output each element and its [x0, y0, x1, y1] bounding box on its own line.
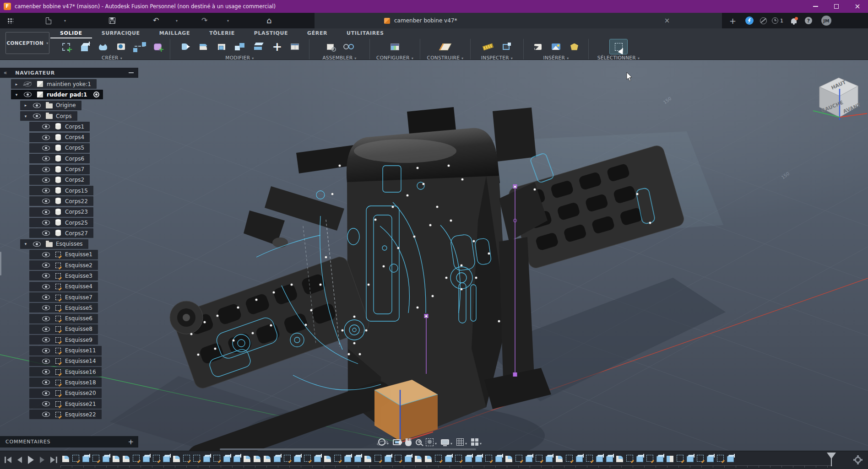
- chevron-down-icon[interactable]: [435, 438, 437, 447]
- timeline-feature-extrude-icon[interactable]: [344, 456, 351, 462]
- timeline-feature-extrude-icon[interactable]: [546, 456, 553, 462]
- change-parameters-button[interactable]: [286, 39, 304, 54]
- timeline-feature-extrude-icon[interactable]: [636, 456, 643, 462]
- notifications-button[interactable]: [791, 13, 797, 28]
- tree-item-esquisse6[interactable]: Esquisse6: [0, 313, 138, 324]
- tree-item-esquisse11[interactable]: Esquisse11: [0, 345, 138, 356]
- timeline-feature-fillet-icon[interactable]: [173, 456, 180, 462]
- visibility-eye-icon[interactable]: [42, 380, 50, 385]
- extrude-button[interactable]: [76, 39, 93, 54]
- close-button[interactable]: ×: [847, 0, 868, 13]
- configuration-table-button[interactable]: [386, 39, 404, 54]
- visibility-eye-icon[interactable]: [42, 178, 50, 183]
- ribbon-group-label-ins-rer[interactable]: INSÉRER: [543, 55, 569, 60]
- tree-item-corps5[interactable]: Corps5: [0, 143, 138, 153]
- timeline-feature-fillet-icon[interactable]: [616, 456, 623, 462]
- timeline-feature-sketch-icon[interactable]: [485, 455, 492, 462]
- timeline-feature-sketch-icon[interactable]: [515, 455, 522, 462]
- tree-item-esquisse9[interactable]: Esquisse9: [0, 334, 138, 345]
- ribbon-tab-plastique[interactable]: PLASTIQUE: [244, 28, 298, 38]
- derive-button[interactable]: [529, 39, 547, 54]
- timeline-feature-extrude-icon[interactable]: [143, 456, 150, 462]
- chevron-right-icon[interactable]: [13, 82, 20, 86]
- visibility-eye-icon[interactable]: [42, 305, 50, 310]
- chevron-down-icon[interactable]: [450, 438, 452, 447]
- timeline-feature-sketch-icon[interactable]: [586, 455, 593, 462]
- tree-item-corps15[interactable]: Corps15: [0, 185, 138, 196]
- timeline-feature-extrude-icon[interactable]: [203, 456, 210, 462]
- visibility-eye-icon[interactable]: [42, 167, 50, 172]
- timeline-feature-fillet-icon[interactable]: [123, 456, 130, 462]
- step-back-button[interactable]: [17, 457, 22, 463]
- look-at-button[interactable]: [393, 439, 401, 445]
- panel-collapse-icon[interactable]: «: [4, 70, 7, 75]
- timeline-settings-button gear-icon[interactable]: [853, 455, 863, 464]
- ribbon-tab-t-lerie[interactable]: TÔLERIE: [200, 28, 244, 38]
- viewcube[interactable]: HAUT GAUCHE AVANT: [809, 69, 868, 124]
- visibility-eye-icon[interactable]: [33, 113, 41, 119]
- timeline-feature-sketch-icon[interactable]: [193, 455, 200, 462]
- app-launcher-button[interactable]: [7, 13, 13, 28]
- timeline-feature-extrude-icon[interactable]: [727, 456, 734, 462]
- visibility-eye-icon[interactable]: [24, 92, 32, 97]
- visibility-eye-icon[interactable]: [42, 348, 50, 353]
- tree-item-esquisse14[interactable]: Esquisse14: [0, 356, 138, 367]
- timeline-feature-extrude-icon[interactable]: [233, 456, 240, 462]
- visibility-eye-icon[interactable]: [42, 252, 50, 257]
- ribbon-tab-surfacique[interactable]: SURFACIQUE: [92, 28, 150, 38]
- select-button[interactable]: [610, 39, 627, 54]
- timeline-scrollbar[interactable]: [220, 448, 476, 450]
- move-button[interactable]: [268, 39, 285, 54]
- tree-item-corps6[interactable]: Corps6: [0, 153, 138, 164]
- timeline-feature-extrude-icon[interactable]: [385, 456, 391, 462]
- chevron-right-icon[interactable]: [22, 103, 29, 108]
- timeline-feature-extrude-icon[interactable]: [656, 456, 663, 462]
- timeline-feature-extrude-icon[interactable]: [576, 456, 583, 462]
- save-button[interactable]: [109, 13, 115, 28]
- visibility-eye-icon[interactable]: [42, 359, 50, 364]
- document-tab[interactable]: camenber bobine v47*: [384, 13, 457, 28]
- new-tab-button[interactable]: +: [729, 13, 736, 28]
- visibility-eye-icon[interactable]: [42, 188, 50, 193]
- tree-item-corps27[interactable]: Corps27: [0, 228, 138, 238]
- timeline-feature-sketch-icon[interactable]: [334, 455, 341, 462]
- hole-button[interactable]: [113, 39, 130, 54]
- ribbon-group-label-s-lectionner[interactable]: SÉLECTIONNER: [597, 55, 640, 60]
- play-button[interactable]: [28, 456, 34, 464]
- redo-caret[interactable]: ▾: [227, 13, 229, 28]
- timeline-feature-extrude-icon[interactable]: [354, 456, 361, 462]
- timeline-feature-sketch-icon[interactable]: [213, 455, 220, 462]
- visibility-eye-icon[interactable]: [42, 220, 50, 225]
- visibility-eye-icon[interactable]: [42, 263, 50, 268]
- visibility-eye-icon[interactable]: [42, 199, 50, 204]
- new-file-caret[interactable]: ▾: [64, 13, 66, 28]
- tree-item-corps[interactable]: Corps: [0, 111, 138, 121]
- combine-button[interactable]: [231, 39, 249, 54]
- chevron-down-icon[interactable]: [465, 438, 467, 447]
- timeline-feature-extrude-icon[interactable]: [606, 456, 613, 462]
- fillet-button[interactable]: [195, 39, 212, 54]
- rectangular-pattern-button[interactable]: [131, 39, 148, 54]
- navigator-minimize-button[interactable]: [129, 72, 134, 73]
- display-settings-button[interactable]: [441, 438, 452, 447]
- chevron-down-icon[interactable]: [22, 242, 29, 246]
- timeline-feature-sketch-icon[interactable]: [435, 455, 442, 462]
- tree-item-corps4[interactable]: Corps4: [0, 132, 138, 142]
- visibility-eye-icon[interactable]: [42, 135, 50, 140]
- pan-button[interactable]: [405, 438, 412, 446]
- timeline-feature-extrude-icon[interactable]: [475, 456, 482, 462]
- timeline-feature-fillet-icon[interactable]: [254, 456, 260, 462]
- ribbon-tab-solide[interactable]: SOLIDE: [50, 28, 92, 38]
- timeline-feature-sketch-icon[interactable]: [536, 455, 542, 462]
- chevron-down-icon[interactable]: [13, 92, 20, 97]
- visibility-eye-icon[interactable]: [42, 316, 50, 321]
- section-analysis-button[interactable]: [498, 39, 515, 54]
- timeline-feature-fillet-icon[interactable]: [556, 456, 563, 462]
- timeline-feature-extrude-icon[interactable]: [163, 456, 170, 462]
- timeline-feature-extrude-icon[interactable]: [465, 456, 472, 462]
- timeline-feature-extrude-icon[interactable]: [495, 456, 502, 462]
- press-pull-button[interactable]: [176, 39, 194, 54]
- tree-item-esquisse8[interactable]: Esquisse8: [0, 324, 138, 334]
- tree-item-corps1[interactable]: Corps1: [0, 121, 138, 132]
- tree-item-esquisse21[interactable]: Esquisse21: [0, 399, 138, 409]
